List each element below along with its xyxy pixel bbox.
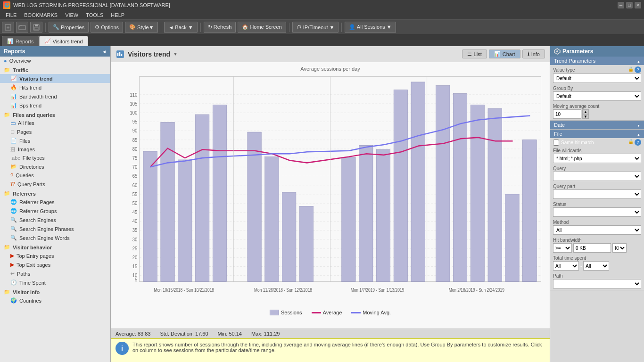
- sidebar-item-referrer-groups[interactable]: 🌐 Referrer Groups: [0, 206, 110, 215]
- sidebar-header: Reports ◄: [0, 46, 110, 57]
- sidebar-item-visitors-trend[interactable]: 📈 Visitors trend: [0, 74, 110, 83]
- sidebar-item-top-exit[interactable]: ▶ Top Exit pages: [0, 260, 110, 269]
- chart-svg[interactable]: 110 105 100 95 90 85 80 75 70 65 60 55 5…: [115, 74, 546, 309]
- sidebar-item-paths[interactable]: ↩ Paths: [0, 269, 110, 278]
- toolbar-properties[interactable]: 🔧 Properties: [49, 22, 89, 33]
- query-part-select[interactable]: [553, 189, 641, 199]
- sidebar-item-bandwidth-trend[interactable]: 📊 Bandwidth trend: [0, 92, 110, 101]
- toolbar-new[interactable]: [2, 22, 14, 33]
- svg-text:40: 40: [132, 218, 138, 224]
- sidebar-group-visitor-info[interactable]: 📁 Visitor info: [0, 287, 110, 296]
- status-select[interactable]: [553, 207, 641, 217]
- toolbar-open[interactable]: [16, 22, 28, 33]
- sidebar-group-visitor-behavior[interactable]: 📁 Visitor behavior: [0, 242, 110, 251]
- sidebar-item-pages[interactable]: ◻ Pages: [0, 127, 110, 136]
- value-type-lock[interactable]: 🔒: [628, 66, 634, 73]
- minimize-button[interactable]: ─: [618, 2, 624, 8]
- moving-avg-input[interactable]: [553, 109, 581, 119]
- parameters-icon: [554, 48, 561, 55]
- maximize-button[interactable]: □: [626, 2, 633, 8]
- sidebar-item-queries[interactable]: ? Queries: [0, 171, 110, 180]
- report-chart-btn[interactable]: 📊 Chart: [489, 49, 520, 58]
- toolbar-options[interactable]: ⚙ Options: [91, 22, 123, 33]
- allfiles-icon: 🗃: [10, 120, 16, 126]
- sidebar-item-countries[interactable]: 🌍 Countries: [0, 296, 110, 305]
- toolbar-refresh[interactable]: ↻ Refresh: [204, 22, 236, 33]
- svg-text:80: 80: [132, 146, 138, 152]
- menu-view[interactable]: VIEW: [61, 11, 82, 19]
- file-label: File: [554, 131, 562, 137]
- file-collapse[interactable]: [637, 131, 640, 137]
- sidebar-item-directories[interactable]: 📂 Directories: [0, 162, 110, 171]
- toolbar-sessions[interactable]: 👤 All Sessions ▼: [345, 22, 396, 33]
- stat-stddev: Std. Deviation: 17.60: [160, 331, 208, 337]
- group-by-select[interactable]: Default: [553, 91, 641, 101]
- sidebar-item-se-words[interactable]: 🔍 Search Engine Words: [0, 233, 110, 242]
- query-select[interactable]: [553, 172, 641, 181]
- hit-bandwidth-unit[interactable]: KB: [612, 243, 627, 253]
- sidebar-group-traffic[interactable]: 📁 Traffic: [0, 65, 110, 74]
- sidebar-group-files[interactable]: 📁 Files and queries: [0, 110, 110, 119]
- sidebar-group-referrers[interactable]: 📁 Referrers: [0, 189, 110, 197]
- toolbar-save[interactable]: [30, 22, 42, 33]
- report-list-btn[interactable]: ☰ List: [462, 49, 487, 58]
- value-type-help[interactable]: ?: [635, 66, 641, 73]
- total-time-v1[interactable]: All: [553, 261, 579, 271]
- hit-bandwidth-input[interactable]: [573, 243, 611, 253]
- window-controls[interactable]: ─ □ ✕: [618, 2, 641, 8]
- moving-avg-row: ▲ ▼: [553, 109, 641, 119]
- report-info-btn[interactable]: ℹ Info: [522, 49, 545, 58]
- report-title-dropdown[interactable]: ▼: [173, 51, 178, 57]
- sidebar-item-files[interactable]: 📄 Files: [0, 136, 110, 145]
- svg-text:Mon 1/7/2019 - Sun 1/13/2019: Mon 1/7/2019 - Sun 1/13/2019: [351, 288, 405, 293]
- value-type-select[interactable]: Default: [553, 74, 641, 83]
- total-time-v2[interactable]: All: [583, 261, 609, 271]
- menu-file[interactable]: FILE: [2, 11, 20, 19]
- chart-legend: Sessions Average Moving Avg.: [115, 310, 546, 315]
- sidebar-item-bps-trend[interactable]: 📊 Bps trend: [0, 101, 110, 110]
- same-hit-lock[interactable]: 🔒: [628, 139, 634, 146]
- panel-section-date-header[interactable]: Date: [550, 121, 644, 129]
- toolbar-iptimeout[interactable]: ⏱ IP/Timeout ▼: [292, 22, 339, 33]
- menu-bookmarks[interactable]: BOOKMARKS: [20, 11, 61, 19]
- svg-text:Mon 10/15/2018 - Sun 10/21/201: Mon 10/15/2018 - Sun 10/21/2018: [154, 288, 214, 293]
- toolbar-style[interactable]: 🎨 Style▼: [125, 22, 158, 33]
- sidebar-item-se-phrases[interactable]: 🔍 Search Engine Phrases: [0, 224, 110, 233]
- close-button[interactable]: ✕: [635, 2, 641, 8]
- path-select[interactable]: [553, 279, 641, 288]
- stats-bar: Average: 83.83 Std. Deviation: 17.60 Min…: [111, 329, 550, 338]
- trend-params-collapse[interactable]: [637, 58, 640, 64]
- same-hit-help[interactable]: ?: [635, 139, 641, 146]
- moving-avg-down[interactable]: ▼: [582, 114, 589, 119]
- same-hit-checkbox[interactable]: [553, 140, 559, 146]
- sidebar-item-images[interactable]: 🖼 Images: [0, 145, 110, 154]
- svg-text:65: 65: [132, 173, 138, 179]
- sidebar-item-overview[interactable]: ● Overview: [0, 57, 110, 65]
- sidebar-item-search-engines[interactable]: 🔍 Search Engines: [0, 215, 110, 224]
- toolbar-home[interactable]: 🏠 Home Screen: [238, 22, 286, 33]
- sidebar-item-hits-trend[interactable]: 🔥 Hits trend: [0, 83, 110, 92]
- method-select[interactable]: All: [553, 225, 641, 235]
- sidebar-item-time-spent[interactable]: 🕐 Time Spent: [0, 278, 110, 287]
- se-phrases-icon: 🔍: [10, 226, 17, 232]
- menu-tools[interactable]: TOOLS: [82, 11, 107, 19]
- toolbar-back[interactable]: ◄ Back ▼: [164, 22, 197, 33]
- sidebar-item-top-entry[interactable]: ▶ Top Entry pages: [0, 251, 110, 260]
- menu-help[interactable]: HELP: [107, 11, 128, 19]
- svg-text:35: 35: [132, 227, 138, 233]
- date-collapse[interactable]: [637, 122, 640, 128]
- sidebar-item-allfiles[interactable]: 🗃 All files: [0, 119, 110, 127]
- tab-visitors-trend[interactable]: 📈 Visitors trend: [39, 36, 88, 46]
- panel-section-trend-header[interactable]: Trend Parameters: [550, 57, 644, 65]
- sidebar-item-queryparts[interactable]: ⁇ Query Parts: [0, 180, 110, 189]
- hit-bandwidth-op[interactable]: >=: [553, 243, 572, 253]
- sidebar-item-referrer-pages[interactable]: 🌐 Referrer Pages: [0, 197, 110, 206]
- sep4: [289, 23, 289, 32]
- moving-avg-up[interactable]: ▲: [582, 109, 589, 114]
- sidebar-collapse-btn[interactable]: ◄: [102, 49, 107, 54]
- file-wildcards-select[interactable]: *.html; *.php: [553, 154, 641, 163]
- chart-icon: 📊: [494, 51, 501, 57]
- sidebar-item-filetypes[interactable]: .abc File types: [0, 154, 110, 162]
- tab-reports[interactable]: 📊 Reports: [2, 36, 39, 46]
- panel-section-file-header[interactable]: File: [550, 130, 644, 138]
